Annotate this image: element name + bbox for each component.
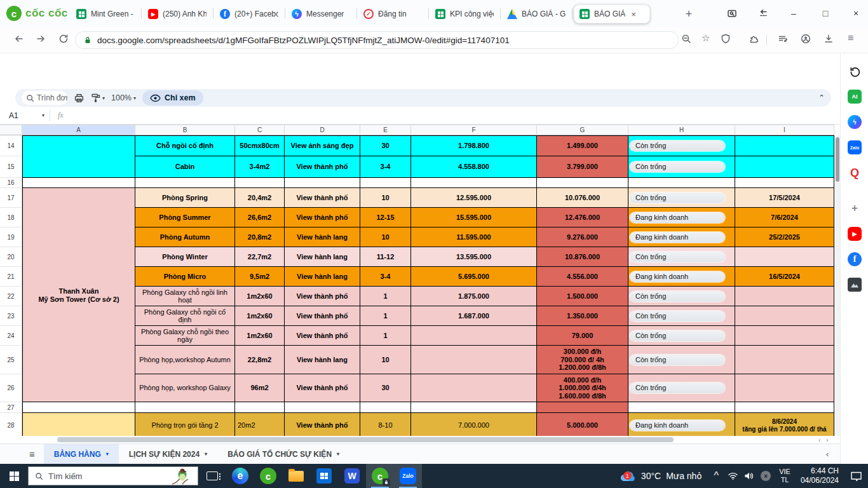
sheet-tabs-scroll-left-icon[interactable]: ‹ [826, 449, 829, 459]
tab-search-icon[interactable] [722, 6, 742, 20]
cell-D14[interactable]: View ánh sáng đẹp [285, 135, 360, 156]
cell-H21[interactable]: Đang kinh doanh [628, 267, 735, 287]
cell-D19[interactable]: View hành lang [285, 227, 360, 247]
status-chip[interactable]: Đang kinh doanh [630, 232, 725, 243]
row-header-23[interactable]: 23 [0, 306, 22, 326]
cell-E26[interactable]: 30 [360, 374, 411, 402]
cell-I25[interactable] [735, 346, 834, 374]
ms-store-taskbar-icon[interactable] [310, 464, 338, 488]
sheet-tab-2[interactable]: LỊCH SỰ KIỆN 2024▾ [119, 444, 217, 464]
column-header-I[interactable]: I [735, 125, 834, 135]
cell-C26[interactable]: 96m2 [235, 374, 285, 402]
cell-A22[interactable] [22, 287, 135, 306]
coccoc-brand[interactable]: c cốc cốc [6, 5, 68, 22]
cell-C19[interactable]: 20,8m2 [235, 227, 285, 247]
cell-H18[interactable]: Đang kinh doanh [628, 208, 735, 227]
cell-C18[interactable]: 26,6m2 [235, 208, 285, 227]
cell-G24[interactable]: 79.000 [537, 326, 628, 346]
cell-H14[interactable]: Còn trống [628, 135, 735, 156]
cell-A26[interactable] [22, 374, 135, 402]
task-view-taskbar-icon[interactable] [198, 464, 226, 488]
row-header-14[interactable]: 14 [0, 135, 22, 156]
cell-A14[interactable] [22, 135, 135, 156]
coccoc-private-taskbar-icon[interactable]: c [366, 464, 394, 488]
cell-D15[interactable]: View thành phố [285, 156, 360, 178]
horizontal-scrollbar-thumb[interactable] [57, 437, 674, 442]
status-chip[interactable]: Còn trống [630, 193, 725, 203]
profile-icon[interactable] [801, 34, 811, 44]
facebook-sidebar-icon[interactable]: f [848, 252, 862, 266]
column-header-H[interactable]: H [628, 125, 735, 135]
cell-G16[interactable] [537, 178, 628, 188]
cell-D24[interactable]: View thành phố [285, 326, 360, 346]
photo-sidebar-icon[interactable] [848, 278, 862, 292]
cell-G26[interactable]: 400.000 đ/h 1.000.000 đ/4h 1.600.000 đ/8… [537, 374, 628, 402]
sheet-tab-1[interactable]: BẢNG HÀNG▾ [44, 444, 119, 464]
cell-B17[interactable]: Phòng Spring [135, 188, 235, 208]
cell-C28[interactable]: 20m2 [235, 413, 285, 436]
extensions-puzzle-icon[interactable] [749, 34, 759, 44]
browser-tab-1[interactable]: Mint Green - [71, 4, 140, 24]
row-header-17[interactable]: 17 [0, 188, 22, 208]
cell-A28[interactable] [22, 413, 135, 436]
toolbar-collapse-icon[interactable]: ⌃ [818, 93, 825, 102]
status-chip[interactable]: Còn trống [630, 330, 725, 341]
cell-G17[interactable]: 10.076.000 [537, 188, 628, 208]
zoom-out-icon[interactable] [681, 34, 691, 44]
cell-E28[interactable]: 8-10 [360, 413, 411, 436]
row-header-28[interactable]: 28 [0, 413, 22, 436]
column-header-B[interactable]: B [135, 125, 235, 135]
cell-A16[interactable] [22, 178, 135, 188]
cell-F14[interactable]: 1.798.800 [411, 135, 537, 156]
clock[interactable]: 6:44 CH 04/06/2024 [796, 466, 844, 485]
cell-B24[interactable]: Phòng Galaxy chỗ ngồi theo ngày [135, 326, 235, 346]
cell-F19[interactable]: 11.595.000 [411, 227, 537, 247]
restore-button[interactable]: □ [816, 6, 835, 20]
cell-I21[interactable]: 16/5/2024 [735, 267, 834, 287]
cell-A20[interactable] [22, 247, 135, 267]
messenger-sidebar-icon[interactable]: ϟ [848, 115, 862, 129]
scroll-right-icon[interactable]: › [826, 437, 828, 444]
cell-F18[interactable]: 15.595.000 [411, 208, 537, 227]
cell-D16[interactable] [285, 178, 360, 188]
sheet-tab-3[interactable]: BÁO GIÁ TỔ CHỨC SỰ KIỆN▾ [217, 444, 349, 464]
column-header-C[interactable]: C [235, 125, 285, 135]
cell-C21[interactable]: 9,5m2 [235, 267, 285, 287]
row-header-26[interactable]: 26 [0, 374, 22, 402]
url-text[interactable]: docs.google.com/spreadsheets/d/1gMFGoIfa… [97, 36, 510, 45]
cell-E27[interactable] [360, 402, 411, 413]
cell-A19[interactable] [22, 227, 135, 247]
notification-center-icon[interactable] [844, 464, 868, 488]
cell-F27[interactable] [411, 402, 537, 413]
row-header-21[interactable]: 21 [0, 267, 22, 287]
language-indicator[interactable]: VIE TL [774, 468, 796, 484]
row-header-24[interactable]: 24 [0, 326, 22, 346]
close-tab-icon[interactable]: × [631, 10, 636, 19]
row-header-16[interactable]: 16 [0, 178, 22, 188]
name-box[interactable]: A1 ▾ [0, 111, 50, 120]
cell-G21[interactable]: 4.556.000 [537, 267, 628, 287]
cell-D27[interactable] [285, 402, 360, 413]
cell-I15[interactable] [735, 156, 834, 178]
sheet-tab-menu-icon[interactable]: ▾ [106, 451, 109, 457]
zalo-taskbar-icon[interactable]: Zalo [394, 464, 422, 488]
row-header-20[interactable]: 20 [0, 247, 22, 267]
browser-tab-4[interactable]: ϟMessenger [287, 4, 355, 24]
cell-I28[interactable]: 8/6/2024 tăng giá lên 7.000.000 đ/ thá [735, 413, 834, 436]
cell-I20[interactable] [735, 247, 834, 267]
cell-G15[interactable]: 3.799.000 [537, 156, 628, 178]
cell-G23[interactable]: 1.350.000 [537, 306, 628, 326]
downloads-icon[interactable] [824, 34, 834, 44]
row-header-22[interactable]: 22 [0, 287, 22, 306]
cell-F15[interactable]: 4.558.800 [411, 156, 537, 178]
cell-I14[interactable] [735, 135, 834, 156]
paint-format-icon[interactable]: ▾ [91, 93, 105, 103]
wifi-icon[interactable] [724, 464, 741, 488]
cell-G14[interactable]: 1.499.000 [537, 135, 628, 156]
vertical-scrollbar-thumb[interactable] [836, 137, 839, 182]
history-sidebar-icon[interactable] [848, 65, 862, 79]
cell-D22[interactable]: View thành phố [285, 287, 360, 306]
cell-D18[interactable]: View thành phố [285, 208, 360, 227]
cell-D17[interactable]: View thành phố [285, 188, 360, 208]
status-chip[interactable]: Còn trống [630, 311, 725, 322]
